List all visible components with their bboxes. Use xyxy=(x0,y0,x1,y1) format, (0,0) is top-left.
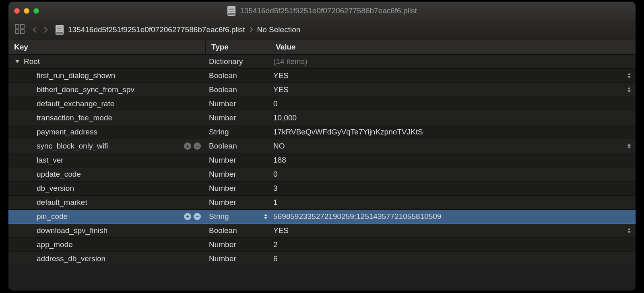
value-stepper-icon[interactable] xyxy=(627,143,632,149)
close-window-button[interactable] xyxy=(14,8,20,14)
row-value[interactable]: 0 xyxy=(273,99,278,108)
row-type[interactable]: Boolean xyxy=(206,142,270,151)
value-stepper-icon[interactable] xyxy=(627,72,632,79)
svg-rect-3 xyxy=(229,11,234,12)
row-value[interactable]: YES xyxy=(273,71,289,80)
header-value[interactable]: Value xyxy=(270,39,636,54)
svg-marker-18 xyxy=(627,90,631,93)
row-value[interactable]: 3 xyxy=(273,184,278,193)
row-type[interactable]: Number xyxy=(206,254,270,263)
breadcrumb: 135416dd5f251f9251e0f07206277586b7eac6f6… xyxy=(55,25,300,35)
row-value[interactable]: 0 xyxy=(273,170,278,179)
add-remove-buttons: +− xyxy=(184,213,201,220)
row-key: app_mode xyxy=(37,240,73,249)
type-stepper-icon[interactable] xyxy=(264,214,268,219)
root-key: Root xyxy=(24,57,40,66)
row-value[interactable]: 188 xyxy=(273,156,286,165)
row-type[interactable]: Number xyxy=(206,184,270,193)
row-key: transaction_fee_mode xyxy=(37,113,112,122)
row-value[interactable]: 17kRVBeQvWFdGyVqTe7YijnKzpnoTVJKtS xyxy=(273,128,423,136)
svg-rect-8 xyxy=(21,30,24,33)
row-type[interactable]: Number xyxy=(206,113,270,122)
table-row[interactable]: first_run_dialog_shownBooleanYES xyxy=(8,69,636,83)
svg-rect-7 xyxy=(15,30,19,33)
row-key: default_exchange_rate xyxy=(37,99,114,108)
row-key: payment_address xyxy=(37,128,97,136)
row-value[interactable]: 1 xyxy=(273,198,278,207)
header-type[interactable]: Type xyxy=(206,39,270,54)
table-row[interactable]: default_marketNumber1 xyxy=(8,196,636,210)
add-row-button[interactable]: + xyxy=(184,142,191,150)
svg-marker-23 xyxy=(627,228,631,230)
layout-grid-icon[interactable] xyxy=(14,23,25,36)
value-stepper-icon[interactable] xyxy=(627,87,632,93)
svg-rect-13 xyxy=(56,32,63,34)
row-key: first_run_dialog_shown xyxy=(37,71,115,80)
table-row[interactable]: app_modeNumber2 xyxy=(8,238,636,252)
table-row[interactable]: default_exchange_rateNumber0 xyxy=(8,97,636,111)
table-row[interactable]: sync_block_only_wifi+−BooleanNO xyxy=(8,139,636,153)
svg-marker-15 xyxy=(627,73,631,75)
add-row-button[interactable]: + xyxy=(184,213,191,220)
row-value[interactable]: 2 xyxy=(273,240,278,249)
root-row[interactable]: Root Dictionary (14 items) xyxy=(8,55,636,69)
disclosure-triangle-icon[interactable] xyxy=(15,57,20,66)
row-value[interactable]: 6 xyxy=(273,254,278,263)
svg-rect-2 xyxy=(229,9,234,10)
svg-rect-5 xyxy=(15,25,19,28)
table-row[interactable]: address_db_versionNumber6 xyxy=(8,252,636,266)
svg-marker-20 xyxy=(627,146,631,149)
file-icon xyxy=(227,6,236,16)
title-center: 135416dd5f251f9251e0f07206277586b7eac6f6… xyxy=(8,6,636,16)
row-value[interactable]: YES xyxy=(273,85,289,94)
row-key: last_ver xyxy=(37,156,64,165)
row-type[interactable]: Boolean xyxy=(206,85,270,94)
row-value[interactable]: YES xyxy=(273,226,289,235)
table-row[interactable]: db_versionNumber3 xyxy=(8,182,636,196)
svg-marker-16 xyxy=(627,76,631,78)
table-row[interactable]: bitheri_done_sync_from_spvBooleanYES xyxy=(8,83,636,97)
nav-back-button[interactable] xyxy=(31,26,38,33)
remove-row-button[interactable]: − xyxy=(194,213,201,220)
row-type[interactable]: Boolean xyxy=(206,226,270,235)
window-title: 135416dd5f251f9251e0f07206277586b7eac6f6… xyxy=(240,6,417,15)
row-type[interactable]: String xyxy=(206,128,270,136)
svg-rect-10 xyxy=(57,27,62,27)
zoom-window-button[interactable] xyxy=(33,8,39,14)
minimize-window-button[interactable] xyxy=(24,8,29,14)
remove-row-button[interactable]: − xyxy=(194,142,201,150)
window-controls xyxy=(14,8,39,14)
table-row[interactable]: update_codeNumber0 xyxy=(8,167,636,182)
add-remove-buttons: +− xyxy=(184,142,201,150)
row-value[interactable]: NO xyxy=(273,142,285,151)
breadcrumb-file[interactable]: 135416dd5f251f9251e0f07206277586b7eac6f6… xyxy=(68,25,245,34)
table-row[interactable]: payment_addressString17kRVBeQvWFdGyVqTe7… xyxy=(8,125,636,139)
data-rows: Root Dictionary (14 items) first_run_dia… xyxy=(8,55,636,266)
table-row[interactable]: download_spv_finishBooleanYES xyxy=(8,224,636,238)
row-type[interactable]: Number xyxy=(206,156,270,165)
row-key: default_market xyxy=(37,198,87,207)
row-type[interactable]: Number xyxy=(206,170,270,179)
row-type[interactable]: Boolean xyxy=(206,71,270,80)
value-stepper-icon[interactable] xyxy=(627,227,632,234)
table-row[interactable]: pin_code+−String5698592335272190259;1251… xyxy=(8,210,636,224)
row-key: address_db_version xyxy=(37,254,105,263)
svg-marker-24 xyxy=(627,231,631,233)
row-type[interactable]: Number xyxy=(206,198,270,207)
table-row[interactable]: transaction_fee_modeNumber10,000 xyxy=(8,111,636,125)
file-icon xyxy=(55,25,64,35)
row-value[interactable]: 5698592335272190259;12514357721055810509 xyxy=(273,212,441,221)
table-row[interactable]: last_verNumber188 xyxy=(8,153,636,167)
row-type[interactable]: Number xyxy=(206,99,270,108)
app-window: 135416dd5f251f9251e0f07206277586b7eac6f6… xyxy=(8,2,636,291)
header-key[interactable]: Key xyxy=(8,39,206,54)
row-value[interactable]: 10,000 xyxy=(273,113,297,122)
nav-forward-button[interactable] xyxy=(42,26,50,33)
svg-rect-12 xyxy=(57,30,62,31)
chevron-right-icon xyxy=(249,25,253,34)
row-type[interactable]: String xyxy=(206,212,270,221)
root-type: Dictionary xyxy=(206,57,270,66)
row-type[interactable]: Number xyxy=(206,240,270,249)
breadcrumb-selection[interactable]: No Selection xyxy=(257,25,301,34)
svg-rect-6 xyxy=(21,25,24,28)
